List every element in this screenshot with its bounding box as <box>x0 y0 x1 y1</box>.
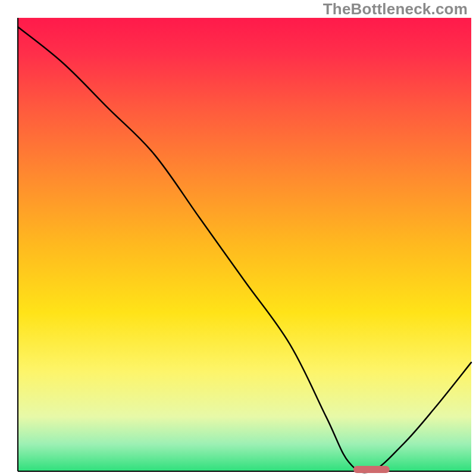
bottleneck-chart <box>0 0 476 476</box>
chart-container: TheBottleneck.com <box>0 0 476 476</box>
sweet-spot-marker <box>353 466 390 473</box>
